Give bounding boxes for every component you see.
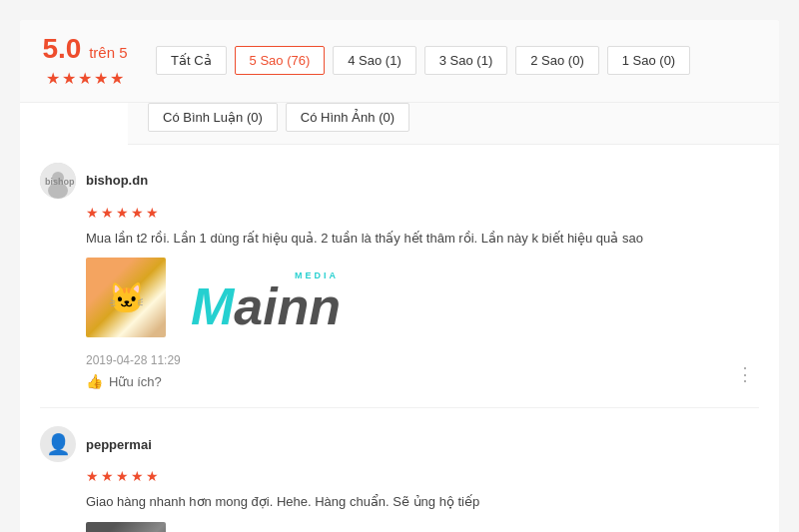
review-text: Mua lần t2 rồi. Lần 1 dùng rất hiệu quả.…	[86, 229, 759, 249]
rating-stars: ★ ★ ★ ★ ★	[46, 69, 124, 88]
filter-bar: 5.0 trên 5 ★ ★ ★ ★ ★ Tất Cả5 Sao (76)4 S…	[20, 20, 779, 103]
review-stars: ★ ★ ★ ★ ★	[86, 468, 759, 484]
review-text: Giao hàng nhanh hơn mong đợi. Hehe. Hàng…	[86, 492, 759, 512]
star-2: ★	[62, 69, 76, 88]
avatar: bishop	[40, 163, 76, 199]
filter-btn-1-sao[interactable]: 1 Sao (0)	[607, 46, 690, 75]
review-item: 👤 peppermai ★ ★ ★ ★ ★ Giao hàng nhanh hơ…	[40, 408, 759, 532]
star-4: ★	[94, 69, 108, 88]
filter-buttons-row1: Tất Cả5 Sao (76)4 Sao (1)3 Sao (1)2 Sao …	[156, 46, 759, 75]
star-1: ★	[46, 69, 60, 88]
filter-btn-co-binh-luan[interactable]: Có Bình Luận (0)	[148, 103, 278, 132]
logo-m: M	[191, 280, 234, 332]
watermark-media-text: MEDIA	[191, 270, 341, 280]
logo-rest: ainn	[234, 280, 341, 332]
review-stars: ★ ★ ★ ★ ★	[86, 205, 759, 221]
watermark-logo: M ainn	[191, 280, 341, 332]
filter-bar-row2: Có Bình Luận (0)Có Hình Ảnh (0)	[128, 103, 779, 145]
watermark: MEDIA M ainn	[191, 270, 341, 332]
star-3: ★	[78, 69, 92, 88]
filter-btn-3-sao[interactable]: 3 Sao (1)	[424, 46, 507, 75]
avatar-placeholder-icon: 👤	[46, 432, 71, 456]
review-image: 🐱	[86, 258, 166, 337]
helpful-label[interactable]: Hữu ích?	[109, 374, 162, 389]
more-options-icon[interactable]: ⋮	[736, 363, 755, 385]
filter-btn-5-sao[interactable]: 5 Sao (76)	[235, 46, 326, 75]
reviewer-name: bishop.dn	[86, 173, 148, 188]
review-date: 2019-04-28 11:29	[86, 353, 759, 367]
reviews-container: 5.0 trên 5 ★ ★ ★ ★ ★ Tất Cả5 Sao (76)4 S…	[20, 20, 779, 532]
thumbs-up-icon: 👍	[86, 373, 103, 389]
rating-summary: 5.0 trên 5 ★ ★ ★ ★ ★	[40, 34, 130, 88]
avatar: 👤	[40, 426, 76, 462]
filter-btn-4-sao[interactable]: 4 Sao (1)	[333, 46, 415, 75]
filter-btn-co-hinh-anh[interactable]: Có Hình Ảnh (0)	[286, 103, 409, 132]
reviews-list: bishop bishop.dn ★ ★ ★ ★ ★ Mua lần t2 rồ…	[20, 145, 779, 532]
reviewer-info: 👤 peppermai	[40, 426, 759, 462]
reviewer-info: bishop bishop.dn	[40, 163, 759, 199]
filter-btn-2-sao[interactable]: 2 Sao (0)	[515, 46, 598, 75]
review-image: ⌨️	[86, 522, 166, 532]
rating-score: 5.0 trên 5	[42, 34, 127, 65]
review-item: bishop bishop.dn ★ ★ ★ ★ ★ Mua lần t2 rồ…	[40, 145, 759, 409]
review-helpful: 👍 Hữu ích?	[86, 373, 759, 389]
star-5: ★	[110, 69, 124, 88]
filter-btn-tat-ca[interactable]: Tất Cả	[156, 46, 227, 75]
svg-text:bishop: bishop	[45, 177, 75, 187]
reviewer-name: peppermai	[86, 437, 152, 452]
